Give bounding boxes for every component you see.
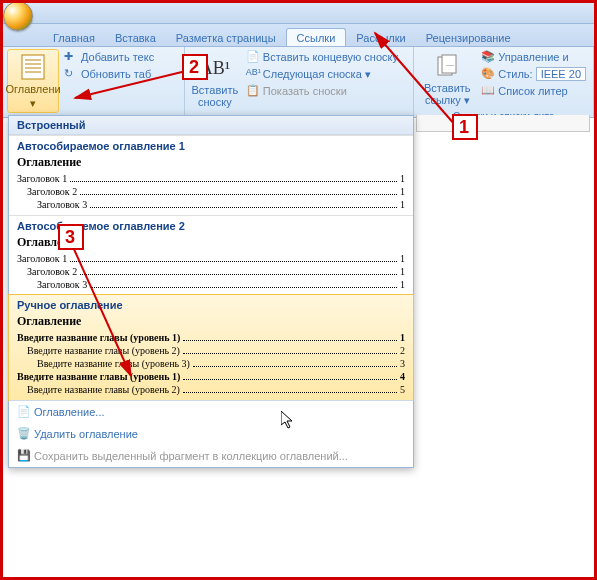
endnote-icon: 📄 xyxy=(246,50,260,64)
manage-sources-label: Управление и xyxy=(498,51,568,63)
toc-label: Оглавлени xyxy=(5,83,60,95)
tab-page-layout[interactable]: Разметка страницы xyxy=(166,29,286,46)
toc-row-label: Заголовок 2 xyxy=(27,266,77,277)
toc-row-page: 5 xyxy=(400,384,405,395)
toc-row-leader xyxy=(193,366,397,367)
style-icon: 🎨 xyxy=(481,67,495,81)
add-text-button[interactable]: ✚ Добавить текс xyxy=(61,49,157,65)
toc-row-label: Введите название главы (уровень 3) xyxy=(37,358,190,369)
svg-rect-0 xyxy=(22,55,44,79)
toc-row-page: 3 xyxy=(400,358,405,369)
toc-row-leader xyxy=(90,287,397,288)
app-window: Главная Вставка Разметка страницы Ссылки… xyxy=(0,0,597,580)
toc-row: Заголовок 21 xyxy=(17,185,405,198)
toc-row-leader xyxy=(70,181,397,182)
gallery-auto-toc-1[interactable]: Автособираемое оглавление 1 Оглавление З… xyxy=(9,135,413,215)
update-table-button[interactable]: ↻ Обновить таб xyxy=(61,66,157,82)
svg-text:—: — xyxy=(446,60,454,69)
toc-row-leader xyxy=(80,274,397,275)
toc-row-page: 2 xyxy=(400,345,405,356)
toc-row-leader xyxy=(183,340,397,341)
gallery-heading: Оглавление xyxy=(17,155,405,170)
gallery-heading: Оглавление xyxy=(17,235,405,250)
toc-row-label: Заголовок 1 xyxy=(17,173,67,184)
toc-row-leader xyxy=(70,261,397,262)
style-selector[interactable]: 🎨 Стиль: IEEE 20 xyxy=(478,66,589,82)
dropdown-header-builtin: Встроенный xyxy=(9,116,413,135)
show-notes-icon: 📋 xyxy=(246,84,260,98)
tab-references[interactable]: Ссылки xyxy=(286,28,347,46)
citation-icon: — xyxy=(433,52,461,80)
toc-row: Заголовок 31 xyxy=(17,278,405,291)
toc-row: Введите название главы (уровень 3)3 xyxy=(17,357,405,370)
style-value: IEEE 20 xyxy=(536,67,586,81)
footnote-icon: AB¹ xyxy=(201,54,229,82)
gallery-auto-toc-2[interactable]: Автособираемое оглавление 2 Оглавление З… xyxy=(9,215,413,295)
gallery-heading: Оглавление xyxy=(17,314,405,329)
remove-toc-label: Удалить оглавление xyxy=(34,428,138,440)
tab-mailings[interactable]: Рассылки xyxy=(346,29,415,46)
update-table-label: Обновить таб xyxy=(81,68,151,80)
group-toc: Оглавлени ▾ ✚ Добавить текс ↻ Обновить т… xyxy=(3,47,185,117)
toc-dropdown: Встроенный Автособираемое оглавление 1 О… xyxy=(8,115,414,468)
style-label: Стиль: xyxy=(498,68,532,80)
toc-row-page: 1 xyxy=(400,253,405,264)
tab-home[interactable]: Главная xyxy=(43,29,105,46)
gallery-manual-toc[interactable]: Ручное оглавление Оглавление Введите наз… xyxy=(8,294,414,401)
insert-endnote-label: Вставить концевую сноску xyxy=(263,51,398,63)
group-citations: — Вставить ссылку ▾ 📚 Управление и 🎨 Сти… xyxy=(414,47,594,117)
toc-row: Введите название главы (уровень 1)1 xyxy=(17,331,405,344)
toc-row-page: 1 xyxy=(400,186,405,197)
manage-sources-button[interactable]: 📚 Управление и xyxy=(478,49,589,65)
toc-button[interactable]: Оглавлени ▾ xyxy=(7,49,59,113)
title-bar xyxy=(3,3,594,24)
insert-citation-label: Вставить ссылку ▾ xyxy=(424,82,471,107)
ribbon: Оглавлени ▾ ✚ Добавить текс ↻ Обновить т… xyxy=(3,47,594,118)
save-toc-label: Сохранить выделенный фрагмент в коллекци… xyxy=(34,450,348,462)
custom-toc-label: Оглавление... xyxy=(34,406,105,418)
toc-row-leader xyxy=(183,379,397,380)
toc-row-page: 1 xyxy=(400,173,405,184)
toc-row-page: 4 xyxy=(400,371,405,382)
toc-row: Заголовок 31 xyxy=(17,198,405,211)
dropdown-footer: 📄 Оглавление... 🗑️ Удалить оглавление 💾 … xyxy=(9,400,413,467)
insert-footnote-button[interactable]: AB¹ Вставить сноску xyxy=(189,49,241,113)
insert-citation-button[interactable]: — Вставить ссылку ▾ xyxy=(418,49,476,110)
toc-row-label: Заголовок 2 xyxy=(27,186,77,197)
toc-row-label: Заголовок 3 xyxy=(37,199,87,210)
remove-toc-button[interactable]: 🗑️ Удалить оглавление xyxy=(9,423,413,445)
bibliography-button[interactable]: 📖 Список литер xyxy=(478,83,589,99)
toc-row-label: Введите название главы (уровень 2) xyxy=(27,345,180,356)
bibliography-label: Список литер xyxy=(498,85,567,97)
next-footnote-icon: AB¹ xyxy=(246,67,260,81)
document-icon xyxy=(19,53,47,81)
show-notes-button[interactable]: 📋 Показать сноски xyxy=(243,83,401,99)
bibliography-icon: 📖 xyxy=(481,84,495,98)
toc-row: Введите название главы (уровень 2)2 xyxy=(17,344,405,357)
office-button[interactable] xyxy=(3,1,33,31)
toc-row: Введите название главы (уровень 2)5 xyxy=(17,383,405,396)
next-footnote-label: Следующая сноска ▾ xyxy=(263,68,371,81)
insert-footnote-label: Вставить сноску xyxy=(192,84,239,108)
mouse-cursor xyxy=(281,411,297,431)
ruler xyxy=(416,115,590,132)
delete-icon: 🗑️ xyxy=(17,427,31,441)
tab-insert[interactable]: Вставка xyxy=(105,29,166,46)
toc-row-label: Заголовок 1 xyxy=(17,253,67,264)
ribbon-tabs: Главная Вставка Разметка страницы Ссылки… xyxy=(3,24,594,47)
group-footnotes: AB¹ Вставить сноску 📄 Вставить концевую … xyxy=(185,47,414,117)
gallery-title: Автособираемое оглавление 1 xyxy=(17,140,405,152)
plus-icon: ✚ xyxy=(64,50,78,64)
toc-row: Заголовок 11 xyxy=(17,252,405,265)
save-toc-button[interactable]: 💾 Сохранить выделенный фрагмент в коллек… xyxy=(9,445,413,467)
toc-row: Заголовок 11 xyxy=(17,172,405,185)
add-text-label: Добавить текс xyxy=(81,51,154,63)
toc-row: Введите название главы (уровень 1)4 xyxy=(17,370,405,383)
insert-endnote-button[interactable]: 📄 Вставить концевую сноску xyxy=(243,49,401,65)
tab-review[interactable]: Рецензирование xyxy=(416,29,521,46)
custom-toc-button[interactable]: 📄 Оглавление... xyxy=(9,401,413,423)
next-footnote-button[interactable]: AB¹ Следующая сноска ▾ xyxy=(243,66,401,82)
toc-row: Заголовок 21 xyxy=(17,265,405,278)
toc-row-label: Введите название главы (уровень 1) xyxy=(17,332,180,343)
gallery-title: Ручное оглавление xyxy=(17,299,405,311)
